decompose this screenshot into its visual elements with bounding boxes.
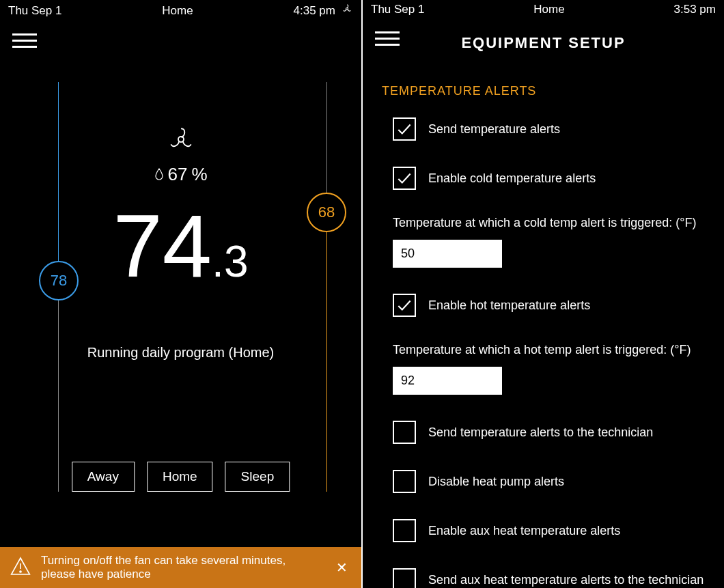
setting-alerts-technician[interactable]: Send temperature alerts to the technicia… [393,421,705,444]
cool-setpoint-handle[interactable]: 78 [39,261,79,300]
checkbox[interactable] [393,167,416,190]
checkbox[interactable] [393,568,416,588]
checkbox[interactable] [393,519,416,542]
setting-label: Send temperature alerts to the technicia… [428,425,653,440]
setting-send-alerts[interactable]: Send temperature alerts [393,117,705,141]
setting-enable-cold-alerts[interactable]: Enable cold temperature alerts [393,167,705,190]
setting-disable-heatpump-alerts[interactable]: Disable heat pump alerts [393,470,705,493]
status-date: Thu Sep 1 [371,3,424,16]
page-title: EQUIPMENT SETUP [363,34,724,52]
hot-threshold-input[interactable] [393,367,502,395]
current-temperature: 74.3 [113,201,249,290]
droplet-icon [154,164,163,185]
status-center: Home [533,3,564,16]
program-status: Running daily program (Home) [87,345,274,361]
checkbox[interactable] [393,421,416,444]
setting-label: Send temperature alerts [428,122,560,137]
cold-threshold-label: Temperature at which a cold temp alert i… [393,216,705,230]
setting-label: Enable hot temperature alerts [428,298,590,313]
status-center: Home [162,4,193,18]
checkbox[interactable] [393,117,416,141]
setting-label: Send aux heat temperature alerts to the … [428,573,704,587]
setting-label: Enable aux heat temperature alerts [428,524,620,538]
setting-auxheat-technician[interactable]: Send aux heat temperature alerts to the … [393,568,705,588]
setting-label: Enable cold temperature alerts [428,171,596,186]
humidity-display: 67% [154,164,207,185]
svg-point-3 [20,570,21,572]
toast-notification: Turning on/off the fan can take several … [0,547,361,588]
cool-slider-fill [58,82,59,280]
checkbox[interactable] [393,470,416,493]
heat-slider-fill [326,212,327,492]
thermostat-display: 78 68 67% 74.3 Running daily program [0,75,361,499]
temp-whole: 74 [113,201,212,290]
heat-setpoint-value: 68 [318,204,335,221]
setting-enable-hot-alerts[interactable]: Enable hot temperature alerts [393,294,705,317]
warning-icon [10,555,31,580]
mode-button-group: Away Home Sleep [72,462,290,492]
settings-list: TEMPERATURE ALERTS Send temperature aler… [363,50,724,588]
temp-decimal: .3 [212,240,248,283]
status-time: 4:35 pm [294,4,335,18]
toast-close-button[interactable]: ✕ [332,559,352,576]
setting-label: Disable heat pump alerts [428,475,564,489]
checkbox[interactable] [393,294,416,317]
status-bar: Thu Sep 1 Home 3:53 pm [363,0,724,19]
cold-threshold-input[interactable] [393,240,502,268]
fan-status-icon [341,3,353,18]
toast-message: Turning on/off the fan can take several … [41,554,322,581]
status-right: 4:35 pm [294,3,353,18]
mode-sleep-button[interactable]: Sleep [225,462,290,492]
humidity-value: 67 [167,164,187,185]
setting-enable-auxheat-alerts[interactable]: Enable aux heat temperature alerts [393,519,705,542]
status-bar: Thu Sep 1 Home 4:35 pm [0,0,361,21]
hot-threshold-label: Temperature at which a hot temp alert is… [393,343,705,357]
humidity-pct: % [191,164,207,185]
thermostat-home-screen: Thu Sep 1 Home 4:35 pm 78 68 [0,0,361,588]
menu-button[interactable] [12,33,37,48]
equipment-setup-screen: Thu Sep 1 Home 3:53 pm EQUIPMENT SETUP T… [363,0,724,588]
section-title: TEMPERATURE ALERTS [382,84,705,98]
status-date: Thu Sep 1 [8,4,61,18]
status-time: 3:53 pm [674,3,716,16]
mode-home-button[interactable]: Home [147,462,213,492]
heat-setpoint-handle[interactable]: 68 [307,193,346,232]
mode-away-button[interactable]: Away [72,462,135,492]
fan-icon [166,124,196,157]
cool-setpoint-value: 78 [51,272,67,290]
